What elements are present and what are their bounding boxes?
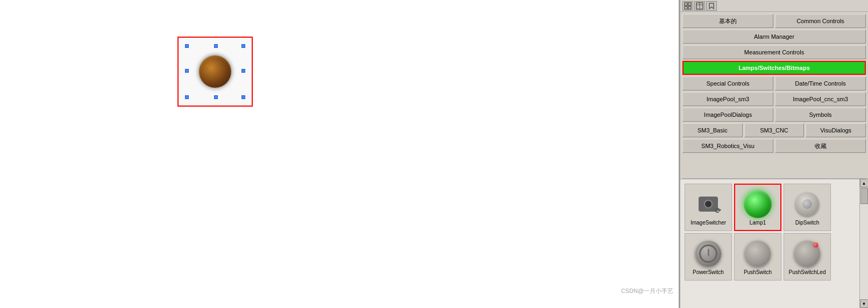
- component-item-pushswitchled[interactable]: PushSwitchLed: [784, 233, 831, 281]
- cat-btn-sm3cnc[interactable]: SM3_CNC: [744, 123, 805, 137]
- lamp-green-icon: [744, 190, 772, 218]
- component-item-lamp1[interactable]: Lamp1: [734, 184, 781, 231]
- pushswitchled-icon: [794, 241, 820, 267]
- category-buttons: 基本的 Common Controls Alarm Manager Measur…: [680, 12, 868, 157]
- svg-rect-0: [685, 3, 687, 5]
- component-label-pushswitchled: PushSwitchLed: [789, 269, 826, 275]
- imageswitcher-icon-area: ⟳: [692, 189, 724, 219]
- cat-btn-imagepooldialogs[interactable]: ImagePoolDialogs: [682, 108, 773, 122]
- cat-btn-imagepool-cnc[interactable]: ImagePool_cnc_sm3: [775, 92, 866, 106]
- pushswitchled-icon-area: [791, 239, 823, 268]
- powerswitch-icon-area: [692, 239, 724, 268]
- component-item-powerswitch[interactable]: PowerSwitch: [685, 233, 732, 281]
- powerswitch-line: [708, 249, 709, 256]
- cat-btn-alarm-manager[interactable]: Alarm Manager: [682, 30, 866, 44]
- cat-row-3: Measurement Controls: [682, 45, 866, 59]
- dipswitch-icon-area: [791, 189, 823, 219]
- cat-row-4: Lamps/Switches/Bitmaps: [682, 61, 866, 75]
- selected-widget[interactable]: [177, 37, 253, 107]
- handle-mid-left[interactable]: [185, 69, 189, 73]
- component-label-powerswitch: PowerSwitch: [693, 269, 724, 275]
- cat-row-7: ImagePoolDialogs Symbols: [682, 108, 866, 122]
- table-icon[interactable]: [694, 1, 705, 11]
- pushswitch-icon-area: [742, 239, 774, 268]
- led-dot: [814, 243, 818, 247]
- component-label-lamp1: Lamp1: [750, 220, 766, 226]
- dipswitch-inner: [802, 199, 812, 209]
- grid-icon[interactable]: [682, 1, 693, 11]
- cat-btn-visudialogs[interactable]: VisuDialogs: [806, 123, 866, 137]
- powerswitch-icon: [695, 241, 721, 267]
- cat-row-2: Alarm Manager: [682, 30, 866, 44]
- scroll-up-arrow[interactable]: ▲: [860, 179, 869, 187]
- scroll-down-arrow[interactable]: ▼: [860, 299, 869, 308]
- powerswitch-ring: [699, 244, 717, 263]
- component-item-imageswitcher[interactable]: ⟳ ImageSwitcher: [685, 184, 732, 231]
- components-scrollbar[interactable]: ▲ ▼: [859, 179, 868, 308]
- panel-toolbar: [680, 0, 868, 12]
- handle-bot-left[interactable]: [185, 95, 189, 99]
- watermark-text: CSDN@一月小手艺: [621, 287, 673, 295]
- component-item-dipswitch[interactable]: DipSwitch: [784, 184, 831, 231]
- component-label-pushswitch: PushSwitch: [744, 269, 772, 275]
- canvas-area: CSDN@一月小手艺: [0, 0, 680, 308]
- components-section: ⟳ ImageSwitcher Lamp1: [680, 179, 868, 308]
- cat-row-5: Special Controls Date/Time Controls: [682, 76, 866, 90]
- cat-row-8: SM3_Basic SM3_CNC VisuDialogs: [682, 123, 866, 137]
- cat-btn-symbols[interactable]: Symbols: [775, 108, 866, 122]
- spacer: [680, 157, 868, 178]
- cat-btn-imagepool-sm3[interactable]: ImagePool_sm3: [682, 92, 773, 106]
- bookmark-icon[interactable]: [706, 1, 717, 11]
- cat-btn-basic[interactable]: 基本的: [682, 14, 773, 28]
- handle-top-right[interactable]: [241, 44, 245, 48]
- lamp-brown-widget: [199, 55, 231, 88]
- camera-lens: [704, 200, 713, 208]
- cat-btn-measurement[interactable]: Measurement Controls: [682, 45, 866, 59]
- cat-btn-common-controls[interactable]: Common Controls: [775, 14, 866, 28]
- cat-row-1: 基本的 Common Controls: [682, 14, 866, 28]
- handle-bot-right[interactable]: [241, 95, 245, 99]
- components-grid: ⟳ ImageSwitcher Lamp1: [680, 179, 859, 285]
- right-panel: 基本的 Common Controls Alarm Manager Measur…: [680, 0, 868, 308]
- handle-mid-right[interactable]: [241, 69, 245, 73]
- cat-btn-sm3basic[interactable]: SM3_Basic: [682, 123, 743, 137]
- cat-row-6: ImagePool_sm3 ImagePool_cnc_sm3: [682, 92, 866, 106]
- handle-top-mid[interactable]: [214, 44, 218, 48]
- cat-btn-favorites[interactable]: 收藏: [775, 139, 866, 153]
- cat-btn-lamps[interactable]: Lamps/Switches/Bitmaps: [682, 61, 866, 75]
- svg-rect-1: [688, 3, 691, 5]
- scroll-track: [860, 187, 869, 299]
- camera-icon: ⟳: [699, 197, 718, 212]
- pushswitch-icon: [745, 241, 771, 267]
- component-label-imageswitcher: ImageSwitcher: [691, 220, 726, 226]
- svg-rect-3: [688, 6, 691, 9]
- svg-rect-2: [685, 6, 687, 9]
- component-label-dipswitch: DipSwitch: [795, 220, 819, 226]
- handle-top-left[interactable]: [185, 44, 189, 48]
- arrow-icon: ⟳: [715, 206, 721, 215]
- cat-btn-special[interactable]: Special Controls: [682, 76, 773, 90]
- cat-row-9: SM3_Robotics_Visu 收藏: [682, 139, 866, 153]
- component-item-pushswitch[interactable]: PushSwitch: [734, 233, 781, 281]
- scroll-thumb[interactable]: [860, 188, 868, 204]
- cat-btn-sm3robotics[interactable]: SM3_Robotics_Visu: [682, 139, 773, 153]
- components-area: ⟳ ImageSwitcher Lamp1: [680, 179, 859, 308]
- lamp1-icon-area: [742, 189, 774, 219]
- cat-btn-datetime[interactable]: Date/Time Controls: [775, 76, 866, 90]
- dipswitch-icon: [795, 192, 819, 216]
- handle-bot-mid[interactable]: [214, 95, 218, 99]
